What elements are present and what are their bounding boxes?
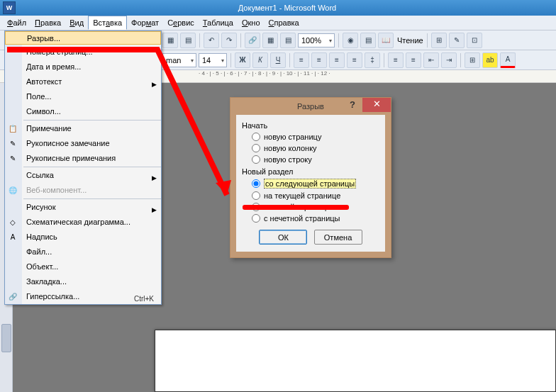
dialog-title-text: Разрыв: [297, 102, 324, 111]
dialog-titlebar[interactable]: Разрыв ? ✕: [230, 98, 391, 115]
numbered-list-icon[interactable]: ≡: [388, 52, 404, 68]
btn-generic-icon[interactable]: ▦: [162, 33, 178, 48]
menu-item-avtotekst[interactable]: Автотекст▶: [5, 74, 161, 89]
align-right-icon[interactable]: ≡: [329, 52, 345, 68]
reading-mode-icon[interactable]: 📖: [378, 33, 394, 48]
highlight-icon[interactable]: ab: [482, 52, 498, 68]
radio-so-sleduyushchej[interactable]: [252, 179, 260, 188]
underline-icon[interactable]: Ч: [270, 52, 286, 68]
menu-bar: Файл Правка Вид Вставка Формат Сервис Та…: [0, 16, 556, 30]
ink-note-icon: ✎: [7, 138, 18, 149]
menu-item-shem-diagramma[interactable]: ◇Схематическая диаграмма...: [5, 215, 161, 230]
link-icon[interactable]: 🔗: [245, 33, 260, 48]
menu-window[interactable]: Окно: [238, 16, 265, 29]
menu-item-nomera-stranic[interactable]: Номера страниц...: [5, 45, 161, 60]
menu-item-obekt[interactable]: Объект...: [5, 259, 161, 274]
menu-item-web-component: 🌐Веб-компонент...: [5, 183, 161, 198]
radio-novuyu-kolonku[interactable]: [252, 144, 260, 152]
btn-generic-icon[interactable]: ✎: [449, 33, 465, 48]
menu-view[interactable]: Вид: [65, 16, 88, 29]
radio-novuyu-stroku[interactable]: [252, 155, 260, 164]
menu-service[interactable]: Сервис: [163, 16, 199, 29]
menu-item-razryv[interactable]: Разрыв...: [5, 31, 161, 45]
btn-generic-icon[interactable]: ⊡: [467, 33, 482, 48]
fontname-combo[interactable]: man: [162, 53, 196, 67]
menu-item-rukopis-primechaniya[interactable]: ✎Рукописные примечания: [5, 151, 161, 166]
font-color-icon[interactable]: A: [500, 52, 516, 68]
undo-icon[interactable]: ↶: [204, 33, 219, 48]
hyperlink-icon: 🔗: [7, 291, 18, 302]
btn-generic-icon[interactable]: ◉: [343, 33, 358, 48]
menu-item-risunok[interactable]: Рисунок▶: [5, 200, 161, 215]
razryv-dialog: Разрыв ? ✕ Начать новую страницу новую к…: [230, 97, 391, 258]
tables-icon[interactable]: ▦: [262, 33, 278, 48]
menu-edit[interactable]: Правка: [30, 16, 65, 29]
align-left-icon[interactable]: ≡: [294, 52, 309, 68]
cancel-button[interactable]: Отмена: [314, 230, 362, 245]
btn-generic-icon[interactable]: ⊞: [431, 33, 447, 48]
fontsize-combo[interactable]: 14: [199, 53, 227, 67]
diagram-icon: ◇: [7, 216, 18, 228]
reading-label: Чтение: [397, 36, 423, 45]
ink-comments-icon: ✎: [7, 152, 18, 164]
menu-item-giperssylka[interactable]: 🔗Гиперссылка...Ctrl+K: [5, 289, 161, 304]
insert-menu-dropdown: Разрыв... Номера страниц... Дата и время…: [4, 30, 162, 305]
window-title: Документ1 - Microsoft Word: [238, 4, 336, 12]
radio-novuyu-stranicu[interactable]: [252, 133, 260, 141]
document-page[interactable]: [155, 330, 556, 392]
dialog-close-button[interactable]: ✕: [362, 98, 391, 112]
bold-icon[interactable]: Ж: [235, 52, 250, 68]
btn-generic-icon[interactable]: ▤: [360, 33, 376, 48]
menu-item-primechanie[interactable]: 📋Примечание: [5, 121, 161, 136]
note-icon: 📋: [7, 123, 18, 134]
borders-icon[interactable]: ⊞: [465, 52, 480, 68]
insert-table-icon[interactable]: ▤: [280, 33, 296, 48]
menu-item-data-vremya[interactable]: Дата и время...: [5, 60, 161, 74]
bullet-list-icon[interactable]: ≡: [406, 52, 421, 68]
menu-format[interactable]: Формат: [127, 16, 163, 29]
word-app-icon: W: [3, 1, 16, 14]
menu-item-zakladka[interactable]: Закладка...: [5, 274, 161, 289]
line-spacing-icon[interactable]: ‡: [365, 52, 380, 68]
menu-item-ssylka[interactable]: Ссылка▶: [5, 168, 161, 183]
ok-button[interactable]: ОК: [259, 230, 307, 245]
menu-file[interactable]: Файл: [3, 16, 30, 29]
radio-na-tekushchej[interactable]: [252, 191, 260, 200]
btn-generic-icon[interactable]: ▤: [180, 33, 196, 48]
menu-table[interactable]: Таблица: [199, 16, 238, 29]
title-bar: W Документ1 - Microsoft Word: [0, 0, 556, 16]
zoom-combo[interactable]: 100%: [298, 33, 335, 47]
menu-item-fajl[interactable]: Файл...: [5, 245, 161, 259]
scrollbar-thumb[interactable]: [1, 324, 11, 352]
italic-icon[interactable]: К: [252, 52, 268, 68]
web-icon: 🌐: [7, 184, 18, 196]
group-nachat-label: Начать: [242, 121, 379, 130]
dialog-help-button[interactable]: ?: [344, 98, 361, 112]
menu-help[interactable]: Справка: [265, 16, 304, 29]
radio-s-nechetnoj[interactable]: [252, 214, 260, 223]
outdent-icon[interactable]: ⇤: [423, 52, 439, 68]
menu-insert[interactable]: Вставка: [88, 16, 127, 30]
menu-item-pole[interactable]: Поле...: [5, 89, 161, 104]
menu-item-simvol[interactable]: Символ...: [5, 104, 161, 119]
group-novyj-razdel-label: Новый раздел: [242, 167, 379, 176]
menu-item-rukopis-zamechanie[interactable]: ✎Рукописное замечание: [5, 136, 161, 151]
align-center-icon[interactable]: ≡: [311, 52, 327, 68]
menu-item-nadpis[interactable]: AНадпись: [5, 230, 161, 245]
annotation-underline: [243, 205, 349, 210]
textbox-icon: A: [7, 231, 18, 242]
align-justify-icon[interactable]: ≡: [347, 52, 362, 68]
indent-icon[interactable]: ⇥: [441, 52, 457, 68]
redo-icon[interactable]: ↷: [221, 33, 237, 48]
